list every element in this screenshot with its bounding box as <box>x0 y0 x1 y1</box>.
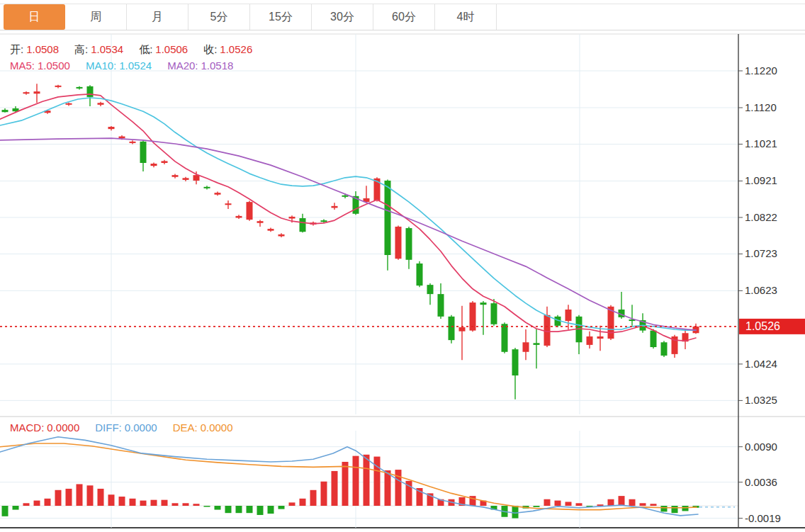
open-label: 开: <box>10 43 23 55</box>
candle-body <box>162 161 168 163</box>
candle-body <box>587 336 593 345</box>
diff-value: 0.0000 <box>125 421 157 434</box>
candle-body <box>289 217 295 219</box>
candle-body <box>257 221 264 223</box>
macd-bar <box>661 506 668 511</box>
candle-body <box>480 302 487 305</box>
macd-bar <box>204 506 210 507</box>
macd-legend: MACD:0.0000DIFF:0.0000DEA:0.0000 <box>10 421 236 434</box>
macd-bar <box>268 506 274 514</box>
candle-body <box>172 175 179 177</box>
macd-bar <box>555 501 561 506</box>
macd-bar <box>534 506 540 507</box>
macd-bar <box>300 499 306 506</box>
candle-body <box>23 92 30 94</box>
macd-bar <box>2 506 9 516</box>
candle-body <box>34 91 40 94</box>
macd-bar <box>236 506 242 513</box>
tab-60min[interactable]: 60分 <box>373 4 435 30</box>
macd-value: 0.0000 <box>47 421 79 434</box>
macd-bar <box>364 455 370 506</box>
macd-bar <box>108 494 115 506</box>
macd-bar <box>151 500 157 506</box>
close-value: 1.0526 <box>220 43 252 55</box>
candle-body <box>300 218 306 232</box>
macd-bar <box>512 506 519 519</box>
candle-body <box>55 86 62 87</box>
candle-body <box>661 342 668 356</box>
candle-body <box>332 206 338 208</box>
macd-bar <box>193 504 200 506</box>
candle-body <box>565 310 572 321</box>
tab-15min[interactable]: 15分 <box>250 4 312 30</box>
candle-body <box>204 187 210 188</box>
candle-body <box>215 193 221 195</box>
main-axis-label: 1.1120 <box>745 101 777 113</box>
macd-bar <box>98 489 104 506</box>
candle-body <box>449 317 455 340</box>
high-label: 高: <box>74 43 88 55</box>
candle-body <box>278 234 285 237</box>
candle-body <box>427 285 434 294</box>
candle-body <box>236 216 242 218</box>
macd-bar <box>682 506 689 511</box>
macd-bar <box>374 457 381 506</box>
ma-legend: MA5:1.0500MA10:1.0524MA20:1.0518 <box>10 60 236 72</box>
macd-bar <box>162 500 168 506</box>
main-axis-label: 1.0623 <box>745 284 777 296</box>
price-badge-label: 1.0526 <box>745 320 780 332</box>
tab-month[interactable]: 月 <box>127 4 188 30</box>
macd-bar <box>247 506 253 513</box>
candle-body <box>523 342 529 352</box>
macd-bar <box>13 506 19 510</box>
candle-body <box>491 303 497 324</box>
diff-label: DIFF: <box>95 421 122 434</box>
candle-body <box>459 327 466 332</box>
macd-bar <box>183 503 189 506</box>
candle-body <box>140 142 147 163</box>
candle-body <box>395 227 402 259</box>
macd-bar <box>619 496 625 506</box>
macd-bar <box>66 489 72 506</box>
tab-5min[interactable]: 5分 <box>188 4 250 30</box>
macd-axis-label: 0.0036 <box>745 476 777 488</box>
macd-bar <box>130 499 136 506</box>
macd-bar <box>608 499 614 506</box>
tab-30min[interactable]: 30分 <box>312 4 373 30</box>
macd-bar <box>119 497 125 506</box>
main-axis-label: 1.0424 <box>745 358 777 370</box>
macd-label: MACD: <box>10 421 44 434</box>
candle-body <box>87 86 94 97</box>
macd-bar <box>34 501 40 506</box>
macd-bar <box>640 503 646 506</box>
tab-4hour[interactable]: 4时 <box>435 4 497 30</box>
main-axis-label: 1.0921 <box>745 174 777 186</box>
candle-body <box>119 137 125 139</box>
macd-bar <box>565 502 572 506</box>
high-value: 1.0534 <box>91 43 123 55</box>
candle-body <box>98 103 104 105</box>
macd-bar <box>77 484 83 506</box>
candle-body <box>151 164 157 166</box>
macd-axis-label: 0.0090 <box>745 441 777 453</box>
macd-bar <box>651 504 657 506</box>
macd-bar <box>225 506 232 513</box>
main-axis-label: 1.0822 <box>745 211 777 223</box>
candle-body <box>512 349 519 375</box>
macd-bar <box>629 499 636 506</box>
main-axis-label: 1.1220 <box>745 64 777 77</box>
candle-body <box>268 229 274 231</box>
close-label: 收: <box>203 43 217 55</box>
macd-bar <box>385 470 391 506</box>
main-axis-label: 1.1021 <box>745 137 777 149</box>
tab-day[interactable]: 日 <box>4 4 65 30</box>
macd-bar <box>23 503 30 506</box>
tab-week[interactable]: 周 <box>65 4 127 30</box>
candle-body <box>2 110 9 112</box>
candle-body <box>597 336 604 339</box>
ma5-value: 1.0500 <box>38 60 70 72</box>
macd-bar <box>470 496 476 506</box>
ma10-line <box>0 98 696 330</box>
low-value: 1.0506 <box>155 43 188 55</box>
candle-body <box>247 202 253 220</box>
